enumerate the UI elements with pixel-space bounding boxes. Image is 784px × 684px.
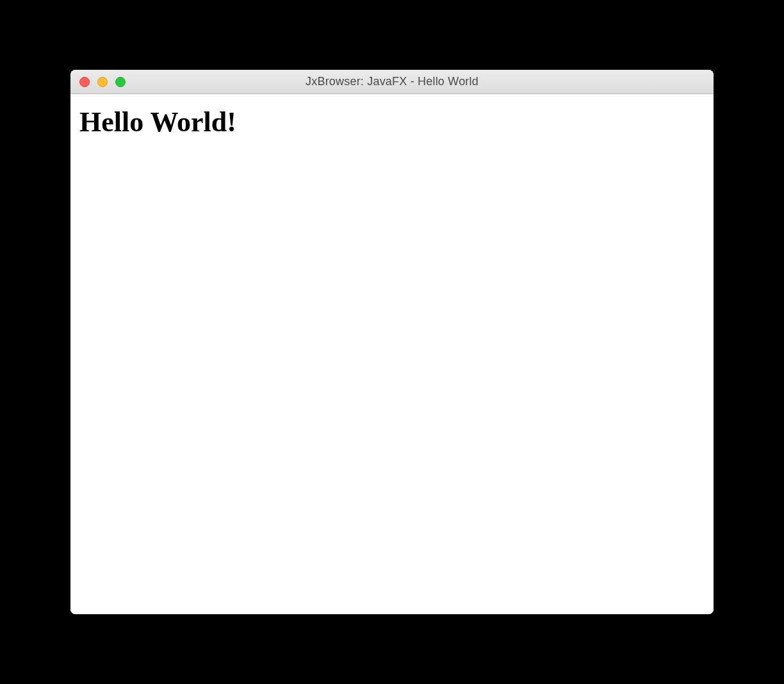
page-heading: Hello World! — [79, 106, 705, 138]
application-window: JxBrowser: JavaFX - Hello World Hello Wo… — [70, 70, 714, 614]
zoom-icon[interactable] — [115, 77, 126, 87]
window-title: JxBrowser: JavaFX - Hello World — [70, 75, 714, 88]
minimize-icon[interactable] — [97, 77, 108, 87]
close-icon[interactable] — [79, 77, 90, 87]
window-titlebar[interactable]: JxBrowser: JavaFX - Hello World — [70, 70, 714, 94]
browser-content: Hello World! — [70, 94, 714, 614]
traffic-lights — [70, 77, 126, 87]
